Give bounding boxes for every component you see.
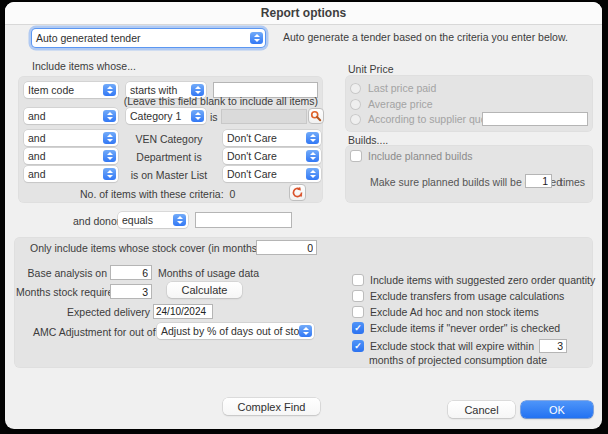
stepper-icon <box>299 325 312 337</box>
department-field-label: Department is <box>118 151 220 163</box>
masterlist-value-select[interactable]: Don't Care <box>223 166 321 182</box>
checkbox-icon <box>352 306 364 318</box>
expected-delivery-label: Expected delivery <box>50 306 150 318</box>
screen: Report options Auto generated tender Aut… <box>0 0 608 434</box>
base-analysis-input[interactable] <box>110 265 152 280</box>
checkbox-exclude-never-order[interactable]: Exclude items if "never order" is checke… <box>352 322 560 334</box>
builds-covered-input[interactable] <box>525 174 552 188</box>
criteria-field-select[interactable]: Item code <box>24 82 118 98</box>
base-analysis-suffix: Months of usage data <box>158 267 259 279</box>
stepper-icon <box>306 132 319 144</box>
stock-cover-input[interactable] <box>256 240 317 255</box>
expire-suffix-label: months of projected consumption date <box>369 354 547 366</box>
stepper-icon <box>250 32 263 44</box>
department-conjunction-select[interactable]: and <box>24 148 118 164</box>
checkbox-exclude-transfers[interactable]: Exclude transfers from usage calculation… <box>352 290 564 302</box>
category-search-button[interactable] <box>308 108 324 124</box>
builds-covered-suffix: times <box>560 176 585 188</box>
amc-adjustment-select[interactable]: Adjust by % of days out of stock <box>157 323 314 339</box>
radio-icon <box>350 99 361 110</box>
complex-find-button[interactable]: Complex Find <box>223 398 320 415</box>
checkbox-icon <box>352 290 364 302</box>
ven-conjunction-select[interactable]: and <box>24 130 118 146</box>
refresh-count-button[interactable] <box>289 184 306 201</box>
criteria-section-label: Include items whose... <box>32 60 136 72</box>
months-required-label: Months stock required <box>16 286 107 298</box>
stepper-icon <box>306 168 319 180</box>
stepper-icon <box>103 168 116 180</box>
include-planned-builds-checkbox[interactable]: Include planned builds <box>350 150 473 162</box>
expected-delivery-input[interactable] <box>153 304 213 319</box>
donor-value-input[interactable] <box>195 212 292 228</box>
criteria-hint: (Leave this field blank to include all i… <box>120 95 318 107</box>
amc-adjustment-label: AMC Adjustment for out of stock <box>33 326 153 338</box>
checkbox-exclude-adhoc[interactable]: Exclude Ad hoc and non stock items <box>352 306 539 318</box>
refresh-icon <box>291 186 304 199</box>
criteria-count-label: No. of items with these criteria: 0 <box>80 188 235 200</box>
radio-average-price[interactable]: Average price <box>350 98 433 110</box>
checkbox-icon <box>352 274 364 286</box>
ok-button[interactable]: OK <box>521 401 593 418</box>
window-title: Report options <box>261 6 346 20</box>
stepper-icon <box>103 132 116 144</box>
donor-label: and donor <box>73 215 120 227</box>
radio-icon <box>350 83 361 94</box>
stepper-icon <box>306 150 319 162</box>
radio-supplier-quote[interactable]: According to supplier quote <box>350 113 495 125</box>
calculate-button[interactable]: Calculate <box>167 282 242 298</box>
ven-field-label: VEN Category <box>118 133 220 145</box>
stepper-icon <box>103 150 116 162</box>
title-bar: Report options <box>5 2 602 25</box>
base-analysis-label: Base analysis on <box>20 267 107 279</box>
cancel-button[interactable]: Cancel <box>448 401 515 418</box>
category-field-select[interactable]: Category 1 <box>126 108 206 124</box>
radio-icon <box>350 114 361 125</box>
stepper-icon <box>191 110 204 122</box>
category-conjunction-select[interactable]: and <box>24 108 118 124</box>
checkbox-icon <box>352 340 364 352</box>
donor-op-select[interactable]: equals <box>118 212 188 228</box>
criteria-count-value: 0 <box>229 188 235 200</box>
report-type-value: Auto generated tender <box>32 32 250 44</box>
radio-last-price-paid[interactable]: Last price paid <box>350 82 436 94</box>
checkbox-exclude-expiring[interactable]: Exclude stock that will expire within <box>352 340 534 352</box>
supplier-quote-input[interactable] <box>482 112 588 126</box>
category-value-input <box>221 109 307 124</box>
report-type-select[interactable]: Auto generated tender <box>32 29 265 47</box>
checkbox-icon <box>350 150 362 162</box>
stepper-icon <box>103 84 116 96</box>
checkbox-zero-order[interactable]: Include items with suggested zero order … <box>352 274 595 286</box>
expire-months-input[interactable] <box>539 339 567 353</box>
unit-price-section-label: Unit Price <box>348 63 394 75</box>
stepper-icon <box>173 214 186 226</box>
months-required-input[interactable] <box>110 284 152 299</box>
stock-cover-label: Only include items whose stock cover (in… <box>30 242 252 254</box>
masterlist-conjunction-select[interactable]: and <box>24 166 118 182</box>
magnifier-icon <box>310 110 322 122</box>
department-value-select[interactable]: Don't Care <box>223 148 321 164</box>
checkbox-icon <box>352 322 364 334</box>
category-op-label: is <box>210 111 218 123</box>
masterlist-field-label: is on Master List <box>118 169 220 181</box>
stepper-icon <box>103 110 116 122</box>
report-description: Auto generate a tender based on the crit… <box>283 31 568 43</box>
ven-value-select[interactable]: Don't Care <box>223 130 321 146</box>
